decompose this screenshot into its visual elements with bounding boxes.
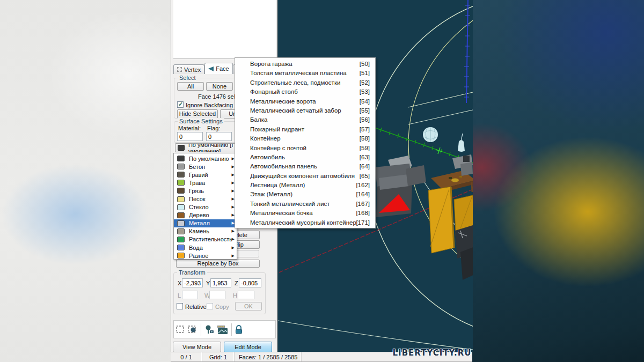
- status-selection-count: 0 / 1: [171, 352, 202, 361]
- x-input[interactable]: [182, 278, 203, 287]
- submenu-item[interactable]: Металлический мусорный контейнер [171]: [235, 218, 375, 227]
- submenu-item-label: Тонкий металлический лист: [250, 200, 356, 209]
- y-input[interactable]: [210, 278, 231, 287]
- submenu-item-id: [57]: [360, 125, 370, 134]
- submenu-item[interactable]: Лестница (Металл) [162]: [235, 181, 375, 190]
- submenu-item-id: [167]: [356, 200, 370, 209]
- tab-vertex[interactable]: Vertex: [173, 64, 204, 74]
- ignore-backfacing-label: Ignore Backfacing: [186, 102, 233, 108]
- tab-face-label: Face: [216, 65, 229, 72]
- ok-button[interactable]: OK: [235, 302, 262, 311]
- material-menu-item[interactable]: Камень ▶: [174, 227, 237, 235]
- submenu-item[interactable]: Контейнер [58]: [235, 134, 375, 143]
- tab-face[interactable]: Face: [204, 63, 232, 74]
- material-menu-item[interactable]: Гравий ▶: [174, 171, 237, 179]
- material-menu-item[interactable]: По умолчанию ▶: [174, 154, 237, 162]
- select-all-button[interactable]: All: [177, 82, 204, 91]
- submenu-item-label: Этаж (Металл): [250, 190, 356, 199]
- blurred-backdrop-left: [0, 0, 171, 362]
- submenu-item[interactable]: Пожарный гидрант [57]: [235, 125, 375, 134]
- face-icon: [208, 67, 214, 71]
- submenu-item[interactable]: Ворота гаража [50]: [235, 60, 375, 69]
- submenu-item-id: [51]: [360, 69, 370, 78]
- material-menu-item[interactable]: Разное ▶: [174, 252, 237, 260]
- material-color-swatch-icon: [177, 180, 185, 186]
- relative-checkbox[interactable]: [177, 303, 183, 309]
- submenu-item-id: [59]: [360, 144, 370, 153]
- submenu-item[interactable]: Тонкий металлический лист [167]: [235, 200, 375, 209]
- marquee-select-icon[interactable]: [176, 325, 185, 334]
- lock-icon[interactable]: [235, 325, 243, 335]
- submenu-item[interactable]: Металлический сетчатый забор [55]: [235, 106, 375, 115]
- metal-submenu: Ворота гаража [50] Толстая металлическая…: [235, 57, 376, 228]
- submenu-item-id: [164]: [356, 190, 370, 199]
- submenu-item[interactable]: Балка [56]: [235, 115, 375, 124]
- material-menu-item-label: Дерево: [189, 212, 232, 218]
- submenu-item[interactable]: Контейнер с почтой [59]: [235, 144, 375, 153]
- submenu-item[interactable]: Движущийся компонент автомобиля [65]: [235, 172, 375, 181]
- submenu-item-id: [65]: [360, 172, 370, 181]
- material-swatch-icon: [178, 145, 185, 151]
- submenu-item-id: [50]: [360, 60, 370, 69]
- view-mode-button[interactable]: View Mode: [173, 342, 221, 352]
- material-menu-item[interactable]: Металл ▶: [174, 219, 237, 227]
- submenu-item[interactable]: Фонарный столб [53]: [235, 87, 375, 97]
- edit-mode-button[interactable]: Edit Mode: [224, 342, 272, 352]
- material-menu-item-label: Металл: [189, 220, 232, 226]
- submenu-item-label: Контейнер с почтой: [250, 144, 360, 153]
- select-none-button[interactable]: None: [206, 82, 233, 91]
- w-input[interactable]: [209, 291, 225, 299]
- material-menu-item[interactable]: Грязь ▶: [174, 187, 237, 195]
- vegetation-icon[interactable]: [204, 325, 216, 335]
- submenu-arrow-icon: ▶: [232, 254, 235, 258]
- material-menu-item-label: По умолчанию: [189, 156, 232, 162]
- material-color-swatch-icon: [177, 220, 185, 226]
- material-color-swatch-icon: [177, 204, 185, 210]
- material-menu-item[interactable]: Растительность ▶: [174, 235, 237, 243]
- ignore-backfacing-checkbox[interactable]: [177, 101, 184, 108]
- l-input[interactable]: [182, 291, 198, 299]
- replace-by-box-button[interactable]: Replace by Box: [176, 260, 260, 268]
- object-select-icon[interactable]: [188, 325, 197, 334]
- toolbar-separator: [231, 323, 232, 336]
- empty-list-area[interactable]: [173, 0, 276, 59]
- material-menu-item[interactable]: Стекло ▶: [174, 203, 237, 211]
- material-menu-item-label: Песок: [189, 196, 232, 202]
- toolbar-separator: [201, 323, 201, 336]
- submenu-item-label: Строительные леса, подмостки: [250, 78, 360, 87]
- submenu-item[interactable]: Металлические ворота [54]: [235, 97, 375, 106]
- flag-input[interactable]: [206, 132, 232, 141]
- material-menu-item[interactable]: Трава ▶: [174, 179, 237, 187]
- submenu-item-label: Ворота гаража: [250, 60, 360, 69]
- x-label: X: [178, 280, 181, 286]
- texture-view-icon[interactable]: [217, 325, 230, 335]
- material-menu-item[interactable]: Вода ▶: [174, 243, 237, 252]
- viewport-toolbar: [173, 320, 276, 338]
- copy-label: Copy: [215, 304, 229, 310]
- submenu-item-id: [52]: [360, 78, 370, 87]
- material-menu-item-label: Грязь: [189, 188, 232, 194]
- submenu-item[interactable]: Толстая металлическая пластина [51]: [235, 69, 375, 78]
- h-input[interactable]: [238, 291, 254, 299]
- material-menu-item-label: Трава: [189, 180, 232, 186]
- submenu-item-label: Пожарный гидрант: [250, 125, 360, 134]
- flag-label: Flag:: [207, 125, 220, 131]
- submenu-item[interactable]: Этаж (Металл) [164]: [235, 190, 375, 199]
- material-menu-item[interactable]: Дерево ▶: [174, 211, 237, 219]
- hide-selected-button[interactable]: Hide Selected: [177, 109, 218, 119]
- submenu-item-label: Автомобильная панель: [250, 162, 360, 171]
- submenu-item[interactable]: Металлическая бочка [168]: [235, 209, 375, 218]
- submenu-item[interactable]: Строительные леса, подмостки [52]: [235, 78, 375, 87]
- submenu-item-id: [58]: [360, 134, 370, 143]
- copy-checkbox[interactable]: [207, 303, 213, 309]
- submenu-item-id: [171]: [356, 218, 370, 227]
- submenu-item-label: Контейнер: [250, 134, 360, 143]
- material-input[interactable]: [177, 132, 203, 141]
- material-menu-item[interactable]: Песок ▶: [174, 195, 237, 203]
- submenu-item[interactable]: Автомобиль [63]: [235, 153, 375, 162]
- material-color-swatch-icon: [177, 245, 185, 250]
- material-color-swatch-icon: [177, 156, 185, 161]
- submenu-item[interactable]: Автомобильная панель [64]: [235, 162, 375, 171]
- material-menu-item[interactable]: Бетон ▶: [174, 162, 237, 171]
- z-input[interactable]: [239, 278, 261, 287]
